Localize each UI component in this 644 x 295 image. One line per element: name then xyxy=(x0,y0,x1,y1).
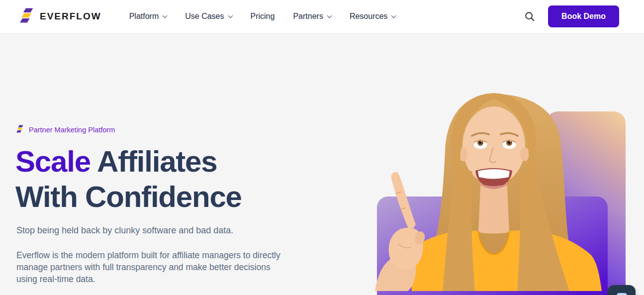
everflow-logo[interactable]: EVERFLOW xyxy=(20,7,101,25)
hero-eyebrow: Partner Marketing Platform xyxy=(16,125,115,135)
eyebrow-label: Partner Marketing Platform xyxy=(29,126,115,134)
nav-item-resources[interactable]: Resources xyxy=(350,12,395,21)
chevron-down-icon xyxy=(391,13,396,18)
everflow-mark-icon xyxy=(16,125,24,135)
search-icon[interactable] xyxy=(524,11,535,22)
chat-bubble-icon xyxy=(615,292,629,295)
nav-right-group: Book Demo xyxy=(524,5,619,27)
chevron-down-icon xyxy=(228,13,233,18)
nav-item-use-cases[interactable]: Use Cases xyxy=(185,12,232,21)
chevron-down-icon xyxy=(163,13,168,18)
book-demo-button[interactable]: Book Demo xyxy=(548,5,619,27)
top-navigation: EVERFLOW Platform Use Cases Pricing Part… xyxy=(0,0,644,33)
hero-subheading: Stop being held back by clunky software … xyxy=(16,225,233,236)
hero-heading: Scale AffiliatesWith Confidence xyxy=(15,144,242,214)
chevron-down-icon xyxy=(327,13,332,18)
logo-wordmark: EVERFLOW xyxy=(40,11,101,22)
nav-item-platform[interactable]: Platform xyxy=(129,12,167,21)
hero-paragraph: Everflow is the modern platform built fo… xyxy=(16,249,291,285)
nav-item-pricing[interactable]: Pricing xyxy=(251,12,275,21)
everflow-logo-icon xyxy=(20,7,34,25)
nav-links: Platform Use Cases Pricing Partners Reso… xyxy=(129,12,396,21)
hero-section: Revenue Event Partner Marketing Platform xyxy=(0,33,644,295)
nav-item-partners[interactable]: Partners xyxy=(293,12,331,21)
gradient-backdrop-card-left xyxy=(377,197,608,295)
chat-launcher-button[interactable] xyxy=(608,285,636,295)
